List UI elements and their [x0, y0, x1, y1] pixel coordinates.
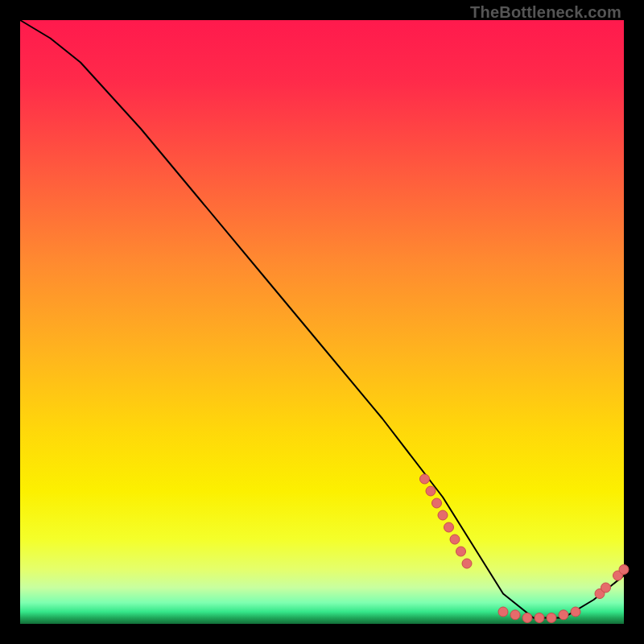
- data-marker: [456, 547, 466, 556]
- data-marker: [438, 510, 448, 520]
- data-marker: [601, 583, 611, 592]
- chart-overlay: [20, 20, 624, 624]
- data-marker: [432, 498, 442, 508]
- data-marker: [522, 613, 532, 623]
- chart-frame: TheBottleneck.com: [0, 0, 644, 644]
- marker-group: [420, 474, 630, 623]
- plot-area: [20, 20, 624, 624]
- data-marker: [426, 486, 436, 496]
- data-marker: [535, 613, 544, 623]
- data-marker: [444, 522, 454, 532]
- watermark-label: TheBottleneck.com: [470, 3, 621, 22]
- data-marker: [571, 607, 580, 617]
- data-marker: [462, 559, 472, 568]
- bottleneck-curve: [20, 20, 624, 618]
- data-marker: [498, 607, 508, 617]
- data-marker: [547, 613, 556, 623]
- data-marker: [619, 565, 629, 575]
- data-marker: [420, 474, 430, 484]
- data-marker: [450, 535, 460, 544]
- data-marker: [510, 610, 520, 620]
- data-marker: [559, 610, 568, 620]
